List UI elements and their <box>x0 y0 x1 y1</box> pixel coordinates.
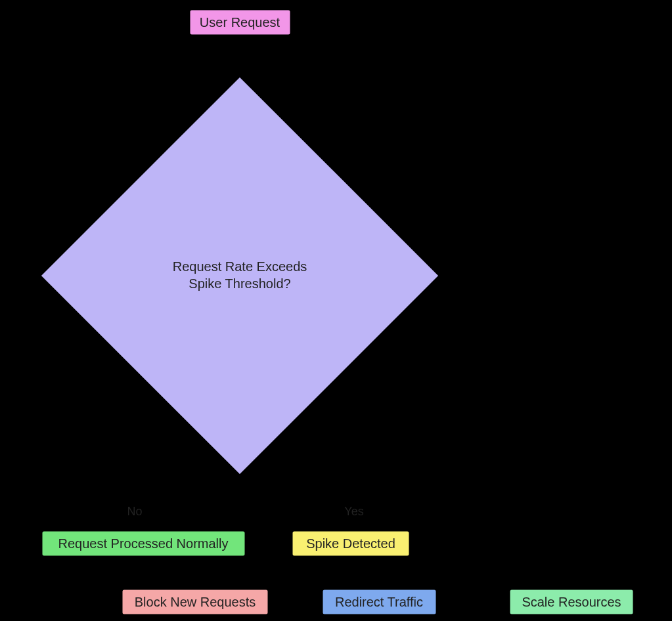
flowchart: User Request Request Rate Exceeds Spike … <box>0 0 672 621</box>
node-spike: Spike Detected <box>292 530 410 557</box>
edge-no-label: No <box>127 505 142 518</box>
node-processed: Request Processed Normally <box>41 530 246 557</box>
node-redirect: Redirect Traffic <box>322 589 437 615</box>
edge-yes-label: Yes <box>344 505 363 518</box>
node-decision: Request Rate Exceeds Spike Threshold? <box>39 75 440 476</box>
node-decision-line1: Request Rate Exceeds <box>173 259 307 274</box>
node-user-request-label: User Request <box>200 15 280 30</box>
edge-decision-yes <box>290 426 347 525</box>
edge-decision-no <box>143 426 189 525</box>
node-decision-line2: Spike Threshold? <box>189 276 290 291</box>
node-processed-label: Request Processed Normally <box>58 536 229 551</box>
edge-spike-scale <box>401 557 571 586</box>
node-user-request: User Request <box>189 9 291 35</box>
node-block: Block New Requests <box>122 589 269 615</box>
node-spike-label: Spike Detected <box>306 536 395 551</box>
node-scale: Scale Resources <box>509 589 634 615</box>
node-redirect-label: Redirect Traffic <box>335 595 423 609</box>
node-scale-label: Scale Resources <box>522 595 621 609</box>
edge-spike-redirect <box>355 557 374 586</box>
node-block-label: Block New Requests <box>135 595 256 609</box>
edge-spike-block <box>197 557 309 586</box>
svg-marker-1 <box>39 75 440 476</box>
